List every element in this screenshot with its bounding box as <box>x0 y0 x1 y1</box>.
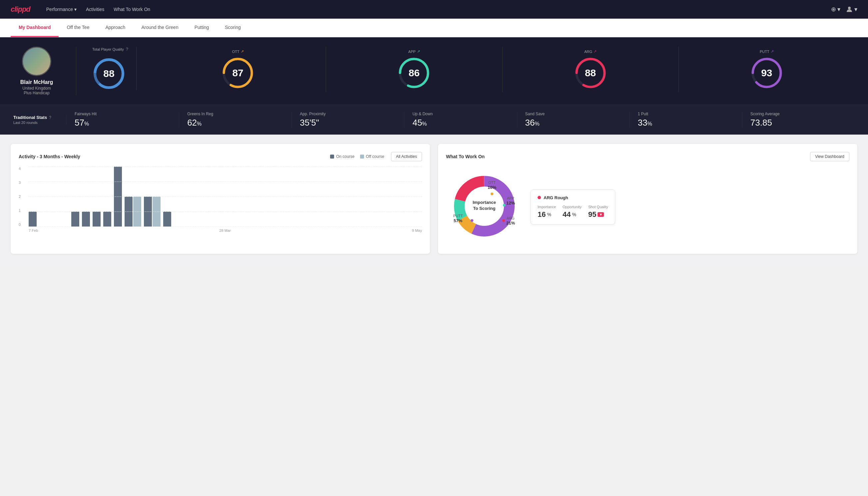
donut-center-line1: Importance <box>473 200 496 205</box>
bar-group-6 <box>82 212 90 227</box>
donut-center-line2: To Scoring <box>473 206 495 211</box>
bar-on-5 <box>71 212 79 227</box>
metric-shot-quality: Shot Quality 95 ▼ <box>588 205 608 219</box>
putt-donut-value: 57% <box>454 218 462 223</box>
arg-circle: 88 <box>574 56 607 90</box>
view-dashboard-button[interactable]: View Dashboard <box>810 152 849 161</box>
metric-importance: Importance 16% <box>538 205 556 219</box>
stat-greens-in-reg: Greens In Reg 62% <box>179 112 292 128</box>
arrow-up-icon: ↗ <box>771 49 774 53</box>
arg-donut-label: ARG <box>507 216 515 220</box>
arg-label: ARG ↗ <box>584 49 597 53</box>
activity-chart-card: Activity - 3 Months - Weekly On course O… <box>11 144 430 254</box>
down-badge: ▼ <box>598 212 604 217</box>
nav-what-to-work-on[interactable]: What To Work On <box>114 7 150 12</box>
x-label-mar: 28 Mar <box>219 229 231 233</box>
stat-app-proximity-value: 35'5" <box>300 118 396 128</box>
stat-fairways-hit: Fairways Hit 57% <box>67 112 179 128</box>
stat-1-putt: 1 Putt 33% <box>630 112 742 128</box>
user-icon <box>846 6 853 13</box>
arg-dot <box>502 219 505 222</box>
chevron-down-icon: ▾ <box>854 6 857 13</box>
divider <box>76 47 76 95</box>
trad-stats-help-icon[interactable]: ? <box>49 115 51 120</box>
nav-performance[interactable]: Performance ▾ <box>46 7 77 12</box>
bar-on-7 <box>93 212 100 227</box>
tab-my-dashboard[interactable]: My Dashboard <box>11 19 59 37</box>
tpq-label: Total Player Quality <box>92 47 124 51</box>
stat-scoring-average-label: Scoring Average <box>751 112 847 116</box>
app-logo: clippd <box>11 5 30 14</box>
bar-on-11 <box>144 197 152 227</box>
app-label: APP ↗ <box>408 49 420 53</box>
plus-icon: ⊕ <box>831 6 836 13</box>
chart-header: Activity - 3 Months - Weekly On course O… <box>19 152 422 161</box>
bar-group-8 <box>103 212 111 227</box>
all-activities-button[interactable]: All Activities <box>391 152 422 161</box>
stat-greens-in-reg-label: Greens In Reg <box>187 112 283 116</box>
putt-dot <box>471 219 473 222</box>
wtwo-title: What To Work On <box>446 154 485 159</box>
x-label-may: 9 May <box>412 229 422 233</box>
tpq-help-icon[interactable]: ? <box>126 47 128 52</box>
what-to-work-on-card: What To Work On View Dashboard Importanc… <box>438 144 857 254</box>
app-value: 86 <box>409 67 420 79</box>
tab-around-the-green[interactable]: Around the Green <box>133 19 186 37</box>
info-card-dot <box>538 196 541 199</box>
bar-off-11 <box>153 197 160 227</box>
importance-value: 16% <box>538 210 556 219</box>
stat-fairways-hit-label: Fairways Hit <box>75 112 171 116</box>
arrow-up-icon: ↗ <box>417 49 420 53</box>
nav-activities[interactable]: Activities <box>86 7 104 12</box>
y-label-1: 1 <box>19 208 21 213</box>
ott-dot <box>491 192 493 195</box>
off-course-dot <box>360 155 364 158</box>
app-dot <box>503 204 506 206</box>
bars-container <box>29 167 422 227</box>
app-donut-label: APP <box>507 196 514 200</box>
x-labels: 7 Feb 28 Mar 9 May <box>29 229 422 233</box>
donut-chart-container: Importance To Scoring PUTT 57% OTT 10% A… <box>446 168 523 246</box>
chart-legend: On course Off course <box>330 154 384 159</box>
bar-on-12 <box>163 212 171 227</box>
opportunity-value: 44% <box>563 210 582 219</box>
ott-label: OTT ↗ <box>232 49 244 53</box>
trad-stats-sublabel: Last 20 rounds <box>13 121 57 125</box>
tab-approach[interactable]: Approach <box>97 19 133 37</box>
bar-group-5 <box>71 212 79 227</box>
player-handicap: Plus Handicap <box>23 91 49 95</box>
app-donut-value: 12% <box>506 201 515 205</box>
putt-donut-label: PUTT <box>453 214 463 218</box>
tab-off-the-tee[interactable]: Off the Tee <box>59 19 97 37</box>
app-circle: 86 <box>397 56 431 90</box>
stat-greens-in-reg-value: 62% <box>187 118 283 128</box>
stats-bar: Traditional Stats ? Last 20 rounds Fairw… <box>0 105 868 135</box>
stat-app-proximity: App. Proximity 35'5" <box>292 112 404 128</box>
ott-donut-value: 10% <box>488 185 496 190</box>
tab-scoring[interactable]: Scoring <box>217 19 249 37</box>
avatar <box>22 47 51 76</box>
on-course-dot <box>330 155 334 158</box>
bar-off-10 <box>133 197 141 227</box>
bar-group-1 <box>29 212 37 227</box>
arrow-up-icon: ↗ <box>241 49 244 53</box>
importance-label: Importance <box>538 205 556 209</box>
metric-opportunity: Opportunity 44% <box>563 205 582 219</box>
add-button[interactable]: ⊕ ▾ <box>831 6 840 13</box>
wtwo-content: Importance To Scoring PUTT 57% OTT 10% A… <box>446 168 849 246</box>
arg-value: 88 <box>585 67 596 79</box>
y-label-2: 2 <box>19 195 21 199</box>
chevron-down-icon: ▾ <box>74 7 77 12</box>
user-menu[interactable]: ▾ <box>846 6 857 13</box>
bar-on-10 <box>125 197 132 227</box>
bar-on-1 <box>29 212 37 227</box>
bar-group-12 <box>163 212 171 227</box>
tpq-circle: 88 <box>92 57 126 90</box>
avatar-image <box>23 48 50 75</box>
tab-putting[interactable]: Putting <box>187 19 217 37</box>
bar-chart-wrapper: 0 1 2 3 4 <box>19 167 422 233</box>
stat-up-down: Up & Down 45% <box>404 112 517 128</box>
bottom-section: Activity - 3 Months - Weekly On course O… <box>0 135 868 263</box>
bar-chart-area: 7 Feb 28 Mar 9 May <box>29 167 422 233</box>
arrow-up-icon: ↗ <box>594 49 597 53</box>
